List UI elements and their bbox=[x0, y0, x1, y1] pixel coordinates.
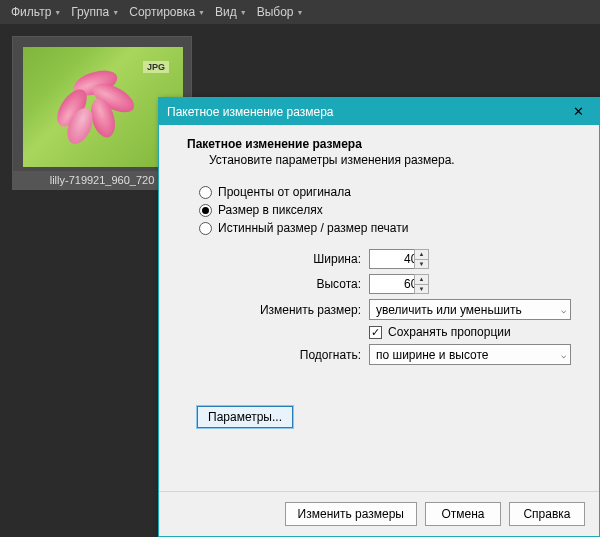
spinner-up-icon[interactable]: ▲ bbox=[415, 274, 429, 284]
chevron-down-icon: ▼ bbox=[198, 9, 205, 16]
radio-icon bbox=[199, 186, 212, 199]
chevron-down-icon: ⌵ bbox=[561, 305, 566, 315]
width-input[interactable]: 400 ▲▼ bbox=[369, 249, 429, 269]
top-menubar: Фильтр▼ Группа▼ Сортировка▼ Вид▼ Выбор▼ bbox=[0, 0, 600, 24]
menu-sort[interactable]: Сортировка▼ bbox=[126, 4, 208, 20]
chevron-down-icon: ▼ bbox=[112, 9, 119, 16]
resize-mode-label: Изменить размер: bbox=[239, 303, 361, 317]
spinner-up-icon[interactable]: ▲ bbox=[415, 249, 429, 259]
dialog-body: Пакетное изменение размера Установите па… bbox=[159, 125, 599, 491]
format-badge: JPG bbox=[143, 61, 169, 73]
keep-proportions-checkbox[interactable]: Сохранять пропорции bbox=[369, 325, 511, 339]
height-spinner[interactable]: ▲▼ bbox=[414, 274, 429, 294]
dialog-footer: Изменить размеры Отмена Справка bbox=[159, 491, 599, 536]
radio-label: Размер в пикселях bbox=[218, 203, 323, 217]
spinner-down-icon[interactable]: ▼ bbox=[415, 259, 429, 270]
help-button[interactable]: Справка bbox=[509, 502, 585, 526]
height-label: Высота: bbox=[239, 277, 361, 291]
menu-select[interactable]: Выбор▼ bbox=[254, 4, 307, 20]
dialog-header-title: Пакетное изменение размера bbox=[187, 137, 579, 151]
batch-resize-dialog: Пакетное изменение размера ✕ Пакетное из… bbox=[158, 97, 600, 537]
radio-percent[interactable]: Проценты от оригинала bbox=[199, 185, 579, 199]
radio-true-size[interactable]: Истинный размер / размер печати bbox=[199, 221, 579, 235]
fit-label: Подогнать: bbox=[239, 348, 361, 362]
width-label: Ширина: bbox=[239, 252, 361, 266]
menu-view[interactable]: Вид▼ bbox=[212, 4, 250, 20]
cancel-button[interactable]: Отмена bbox=[425, 502, 501, 526]
dialog-header-subtitle: Установите параметры изменения размера. bbox=[209, 153, 579, 167]
chevron-down-icon: ▼ bbox=[240, 9, 247, 16]
apply-button[interactable]: Изменить размеры bbox=[285, 502, 417, 526]
spinner-down-icon[interactable]: ▼ bbox=[415, 284, 429, 295]
checkbox-icon bbox=[369, 326, 382, 339]
dialog-title: Пакетное изменение размера bbox=[167, 105, 334, 119]
radio-icon bbox=[199, 222, 212, 235]
width-spinner[interactable]: ▲▼ bbox=[414, 249, 429, 269]
chevron-down-icon: ▼ bbox=[54, 9, 61, 16]
resize-mode-select[interactable]: увеличить или уменьшить ⌵ bbox=[369, 299, 571, 320]
height-input[interactable]: 600 ▲▼ bbox=[369, 274, 429, 294]
close-icon[interactable]: ✕ bbox=[565, 104, 591, 119]
parameters-button[interactable]: Параметры... bbox=[197, 406, 293, 428]
radio-pixels[interactable]: Размер в пикселях bbox=[199, 203, 579, 217]
dialog-titlebar[interactable]: Пакетное изменение размера ✕ bbox=[159, 98, 599, 125]
radio-label: Проценты от оригинала bbox=[218, 185, 351, 199]
chevron-down-icon: ▼ bbox=[297, 9, 304, 16]
radio-icon bbox=[199, 204, 212, 217]
fit-mode-select[interactable]: по ширине и высоте ⌵ bbox=[369, 344, 571, 365]
chevron-down-icon: ⌵ bbox=[561, 350, 566, 360]
radio-label: Истинный размер / размер печати bbox=[218, 221, 408, 235]
menu-group[interactable]: Группа▼ bbox=[68, 4, 122, 20]
checkbox-label: Сохранять пропорции bbox=[388, 325, 511, 339]
menu-filter[interactable]: Фильтр▼ bbox=[8, 4, 64, 20]
